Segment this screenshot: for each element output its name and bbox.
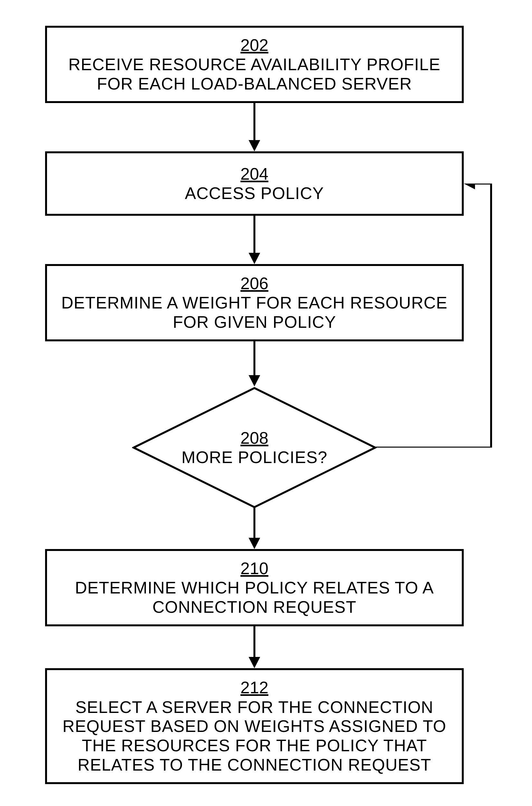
step-204-id: 204 — [241, 164, 269, 184]
step-208-text: MORE POLICIES? — [181, 448, 327, 467]
svg-marker-3 — [249, 253, 260, 264]
arrow-208-204-loop — [375, 184, 510, 447]
step-212: 212 SELECT A SERVER FOR THE CONNECTION R… — [45, 668, 464, 784]
step-208: 208 MORE POLICIES? — [132, 386, 377, 509]
arrow-206-208 — [245, 341, 264, 386]
step-210-id: 210 — [241, 558, 269, 578]
arrow-202-204 — [245, 103, 264, 151]
step-202-id: 202 — [241, 35, 269, 55]
step-206-id: 206 — [241, 273, 269, 293]
step-210-text: DETERMINE WHICH POLICY RELATES TO A CONN… — [57, 578, 452, 617]
step-210: 210 DETERMINE WHICH POLICY RELATES TO A … — [45, 549, 464, 626]
step-212-text: SELECT A SERVER FOR THE CONNECTION REQUE… — [57, 698, 452, 775]
svg-marker-11 — [249, 657, 260, 668]
step-208-id: 208 — [241, 428, 269, 448]
svg-marker-7 — [464, 184, 475, 189]
step-212-id: 212 — [241, 677, 269, 697]
arrow-204-206 — [245, 216, 264, 264]
arrow-208-210 — [245, 507, 264, 549]
step-202: 202 RECEIVE RESOURCE AVAILABILITY PROFIL… — [45, 26, 464, 103]
step-204-text: ACCESS POLICY — [185, 184, 324, 203]
svg-marker-5 — [249, 375, 260, 386]
svg-marker-9 — [249, 538, 260, 549]
svg-marker-1 — [249, 140, 260, 151]
step-202-text: RECEIVE RESOURCE AVAILABILITY PROFILE FO… — [57, 55, 452, 94]
arrow-210-212 — [245, 626, 264, 668]
